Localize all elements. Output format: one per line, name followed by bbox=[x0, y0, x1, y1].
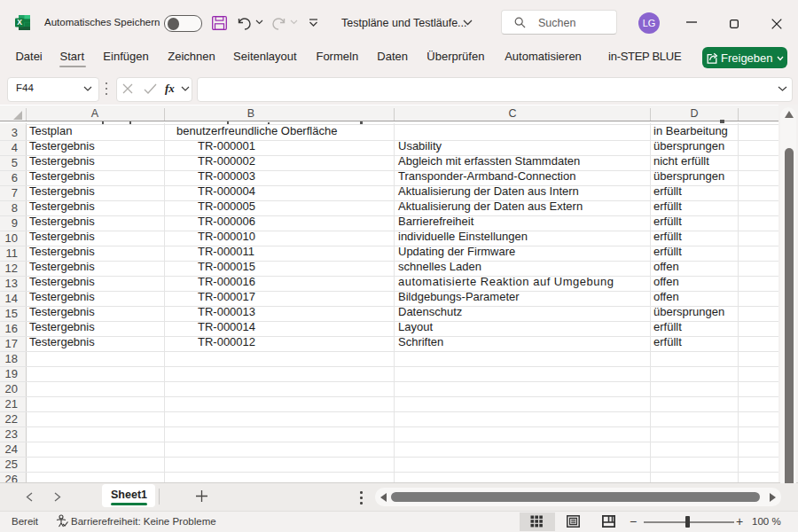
svg-text:X: X bbox=[17, 18, 22, 27]
